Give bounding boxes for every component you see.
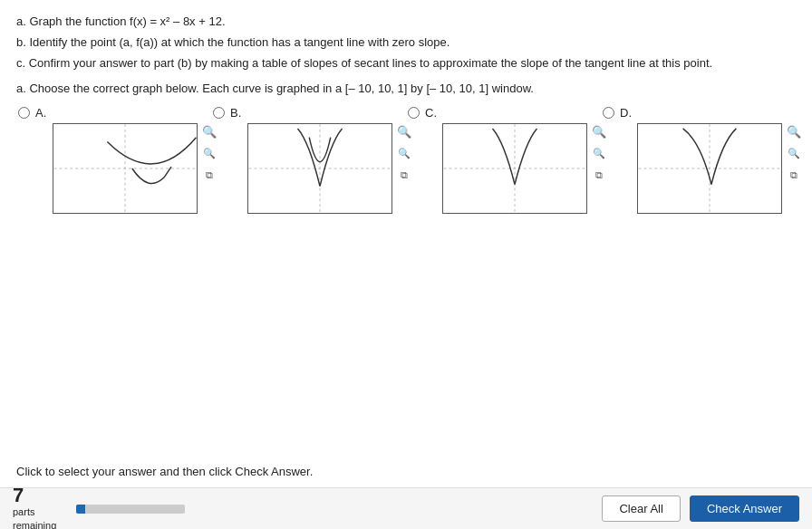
option-b-header[interactable]: B. (211, 106, 241, 120)
bottom-bar: 7 parts remaining Clear All Check Answer (0, 487, 812, 529)
graph-option-b[interactable]: B. 🔍 🔍 ⧉ (211, 106, 406, 214)
progress-bar-fill (76, 505, 85, 514)
graph-c (442, 123, 587, 214)
check-answer-button[interactable]: Check Answer (690, 495, 799, 522)
graph-option-c[interactable]: C. 🔍 🔍 ⧉ (406, 106, 601, 214)
zoom-out-icon-d[interactable]: 🔍 (786, 145, 802, 161)
zoom-in-icon-d[interactable]: 🔍 (786, 123, 802, 139)
option-d-header[interactable]: D. (601, 106, 632, 120)
radio-d[interactable] (603, 107, 614, 119)
problem-line-a: a. Graph the function f(x) = x² – 8x + 1… (16, 13, 796, 32)
progress-bar (76, 505, 185, 514)
graph-a (53, 123, 198, 214)
graphs-row: A. (16, 106, 796, 214)
graph-c-svg (443, 124, 586, 213)
problem-line-b: b. Identify the point (a, f(a)) at which… (16, 34, 796, 53)
graph-d-svg (638, 124, 781, 213)
graph-d-icons: 🔍 🔍 ⧉ (786, 123, 802, 183)
label-b: B. (230, 106, 241, 120)
click-instruction: Click to select your answer and then cli… (16, 465, 313, 478)
label-c: C. (425, 106, 437, 120)
option-a-header[interactable]: A. (16, 106, 46, 120)
option-c-header[interactable]: C. (406, 106, 437, 120)
graph-b (247, 123, 392, 214)
radio-a[interactable] (18, 107, 30, 119)
problem-text: a. Graph the function f(x) = x² – 8x + 1… (16, 13, 796, 72)
graph-option-a[interactable]: A. (16, 106, 211, 214)
label-a: A. (35, 106, 46, 120)
graph-a-svg (53, 124, 197, 213)
parts-label: parts remaining (13, 505, 67, 529)
radio-c[interactable] (408, 107, 420, 119)
part-a-question: a. Choose the correct graph below. Each … (16, 82, 796, 95)
graph-option-d[interactable]: D. 🔍 🔍 ⧉ (601, 106, 796, 214)
clear-all-button[interactable]: Clear All (602, 495, 680, 522)
graph-d (637, 123, 782, 214)
parts-number: 7 (13, 486, 67, 505)
parts-info: 7 parts remaining (13, 486, 67, 529)
problem-line-c: c. Confirm your answer to part (b) by ma… (16, 54, 796, 73)
main-content: a. Graph the function f(x) = x² – 8x + 1… (0, 0, 812, 214)
external-icon-d[interactable]: ⧉ (786, 167, 802, 183)
radio-b[interactable] (213, 107, 225, 119)
label-d: D. (620, 106, 632, 120)
graph-b-svg (248, 124, 392, 213)
